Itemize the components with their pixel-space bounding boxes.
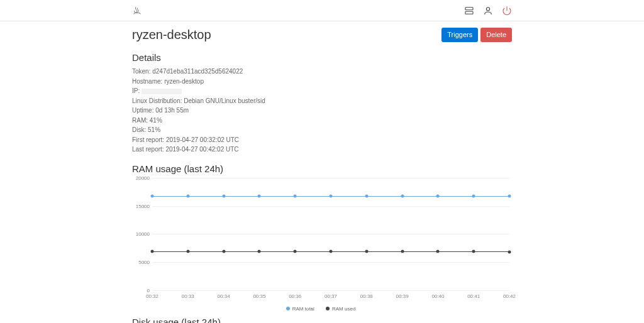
disk-value: 51% [148, 126, 160, 133]
chart-point [330, 194, 333, 197]
disk-chart-heading: Disk usage (last 24h) [132, 317, 512, 323]
ip-label: IP: [132, 87, 140, 94]
details-heading: Details [132, 52, 512, 63]
detail-token: Token: d247d1eba311acd325d5624022 [132, 67, 512, 77]
chart-point [401, 194, 404, 197]
y-axis-tick: 20000 [131, 175, 150, 180]
x-axis-tick: 00:34 [218, 293, 230, 299]
chart-point [472, 250, 475, 253]
chart-point [258, 194, 261, 197]
ram-chart: 05000100001500020000 00:3200:3300:3400:3… [132, 178, 509, 312]
brand-icon[interactable] [132, 5, 142, 16]
chart-point [508, 194, 511, 197]
ram-chart-section: RAM usage (last 24h) 0500010000150002000… [132, 163, 512, 312]
page-header: ryzen-desktop Triggers Delete [132, 28, 512, 42]
first-report-label: First report: [132, 136, 164, 143]
x-axis-tick: 00:33 [182, 293, 194, 299]
chart-point [186, 250, 189, 253]
chart-point [186, 194, 189, 197]
y-axis-tick: 5000 [131, 260, 150, 265]
legend-swatch-black [326, 307, 330, 310]
chart-point [222, 250, 225, 253]
power-icon[interactable] [502, 6, 512, 16]
y-axis-tick: 0 [131, 287, 150, 293]
distro-value: Debian GNU/Linux buster/sid [184, 97, 265, 104]
detail-last-report: Last report: 2019-04-27 00:42:02 UTC [132, 145, 512, 155]
ram-label: RAM: [132, 117, 148, 124]
chart-point [294, 250, 297, 253]
x-axis-tick: 00:42 [503, 293, 516, 299]
topbar [0, 0, 644, 21]
y-axis-tick: 15000 [131, 203, 150, 209]
hostname-label: Hostname: [132, 78, 162, 85]
triggers-button[interactable]: Triggers [441, 28, 478, 42]
chart-point [365, 194, 368, 197]
page-title: ryzen-desktop [132, 28, 211, 42]
server-icon[interactable] [464, 6, 474, 16]
last-report-value: 2019-04-27 00:42:02 UTC [165, 146, 238, 153]
detail-disk: Disk: 51% [132, 125, 512, 135]
chart-point [508, 251, 511, 254]
chart-point [222, 194, 225, 197]
legend-ram-used-label: RAM used [332, 306, 355, 312]
legend-ram-total-label: RAM total [292, 306, 314, 312]
distro-label: Linux Distribution: [132, 97, 182, 104]
chart-point [151, 250, 154, 253]
user-icon[interactable] [483, 6, 493, 16]
last-report-label: Last report: [132, 146, 164, 153]
detail-distro: Linux Distribution: Debian GNU/Linux bus… [132, 96, 512, 106]
chart-point [472, 194, 475, 197]
legend-swatch-blue [286, 307, 290, 310]
x-axis-tick: 00:32 [146, 293, 158, 299]
chart-point [151, 194, 154, 197]
token-value: d247d1eba311acd325d5624022 [152, 68, 243, 75]
ram-chart-plot: 05000100001500020000 [152, 178, 509, 291]
header-buttons: Triggers Delete [441, 28, 512, 42]
x-axis-tick: 00:38 [360, 293, 373, 299]
x-axis-tick: 00:40 [431, 293, 444, 299]
uptime-value: 0d 13h 55m [155, 107, 189, 114]
ram-value: 41% [150, 117, 162, 124]
chart-point [365, 250, 368, 253]
svg-rect-0 [465, 7, 473, 9]
chart-point [436, 250, 440, 253]
ip-value-masked [142, 89, 182, 94]
disk-label: Disk: [132, 126, 146, 133]
first-report-value: 2019-04-27 00:32:02 UTC [166, 136, 239, 143]
detail-ip: IP: [132, 86, 512, 96]
detail-ram: RAM: 41% [132, 116, 512, 126]
details-block: Details Token: d247d1eba311acd325d562402… [132, 52, 512, 155]
svg-rect-1 [465, 11, 473, 14]
ram-chart-heading: RAM usage (last 24h) [132, 163, 512, 174]
topbar-right [464, 6, 512, 16]
legend-ram-total: RAM total [286, 306, 314, 312]
main-container: ryzen-desktop Triggers Delete Details To… [0, 21, 644, 323]
chart-point [330, 250, 333, 253]
detail-uptime: Uptime: 0d 13h 55m [132, 106, 512, 116]
uptime-label: Uptime: [132, 107, 153, 114]
x-axis-tick: 00:36 [289, 293, 301, 299]
delete-button[interactable]: Delete [480, 28, 512, 42]
x-axis-tick: 00:39 [396, 293, 409, 299]
y-axis-tick: 10000 [131, 231, 150, 237]
chart-point [258, 250, 261, 253]
hostname-value: ryzen-desktop [164, 78, 204, 85]
detail-hostname: Hostname: ryzen-desktop [132, 77, 512, 87]
chart-point [294, 194, 297, 197]
ram-chart-xaxis: 00:3200:3300:3400:3500:3600:3700:3800:39… [152, 291, 509, 302]
x-axis-tick: 00:35 [253, 293, 265, 299]
ram-chart-legend: RAM total RAM used [132, 306, 509, 312]
svg-point-4 [486, 7, 489, 10]
token-label: Token: [132, 68, 150, 75]
topbar-left [132, 5, 142, 16]
x-axis-tick: 00:37 [325, 293, 337, 299]
chart-point [401, 250, 404, 253]
detail-first-report: First report: 2019-04-27 00:32:02 UTC [132, 135, 512, 145]
chart-point [436, 194, 440, 197]
x-axis-tick: 00:41 [467, 293, 480, 299]
disk-chart-section: Disk usage (last 24h) 400000500000 [132, 317, 512, 323]
legend-ram-used: RAM used [326, 306, 355, 312]
